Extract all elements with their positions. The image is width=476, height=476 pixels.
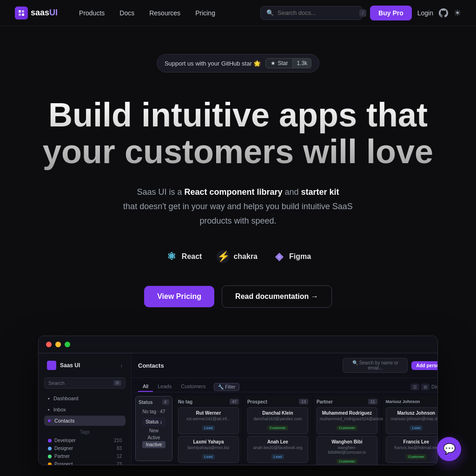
svg-rect-1 bbox=[22, 10, 24, 13]
nav-links: Products Docs Resources Pricing bbox=[73, 7, 260, 20]
hero-subtitle: Saas UI is a React component library and… bbox=[108, 185, 368, 228]
view-pricing-button[interactable]: View Pricing bbox=[144, 286, 214, 307]
app-preview: Saas UI ↕ Search ⌘ ▪ Dashboard ▪ Inbox bbox=[38, 336, 438, 465]
kanban-col-notag: No tag 47 Rut Werner rut.werner242@att.i… bbox=[175, 396, 242, 461]
tab-all[interactable]: All bbox=[138, 382, 153, 392]
filter-no-tag[interactable]: No tag · 47 bbox=[139, 408, 169, 416]
tag-color-designer bbox=[48, 447, 52, 450]
tag-color-partner bbox=[48, 455, 52, 458]
github-star-badge: ★ Star 1.3k bbox=[265, 58, 311, 68]
sidebar-tags: Tags Developer 210 Designer 83 Partner bbox=[44, 430, 126, 465]
tag-partner[interactable]: Partner 12 bbox=[44, 452, 126, 460]
star-icon: ★ bbox=[271, 60, 276, 66]
app-sidebar: Saas UI ↕ Search ⌘ ▪ Dashboard ▪ Inbox bbox=[39, 353, 132, 465]
search-icon: 🔍 bbox=[266, 9, 274, 16]
card-rut-werner[interactable]: Rut Werner rut.werner242@att.inf... Lead bbox=[178, 407, 239, 434]
sidebar-expand-icon: ↕ bbox=[120, 363, 123, 368]
status-active[interactable]: Active bbox=[142, 434, 165, 441]
chakra-icon: ⚡ bbox=[217, 250, 230, 263]
status-new[interactable]: New bbox=[142, 427, 165, 434]
chat-bubble[interactable]: 💬 bbox=[437, 437, 461, 461]
kanban-board: Status F No tag · 47 Status ↓ New Active… bbox=[132, 392, 438, 465]
hero-title: Build intuitive apps that your customers… bbox=[29, 97, 447, 170]
sidebar-item-inbox[interactable]: ▪ Inbox bbox=[44, 404, 126, 415]
status-inactive[interactable]: Inactive bbox=[142, 441, 165, 448]
card-wanghen-bibi[interactable]: Wanghen Bibi wanghen-bibi890@comcast.io … bbox=[317, 436, 377, 465]
logo-icon bbox=[15, 7, 28, 20]
tag-color-prospect bbox=[48, 463, 52, 466]
add-person-button[interactable]: Add person bbox=[411, 361, 438, 370]
close-dot bbox=[46, 342, 52, 347]
chat-icon: 💬 bbox=[443, 443, 456, 455]
login-link[interactable]: Login bbox=[417, 9, 433, 17]
sidebar-item-contacts[interactable]: Contacts bbox=[44, 416, 126, 426]
card-anah-lee[interactable]: Anah Lee anah.lee20@facebook.org Lead bbox=[247, 436, 308, 463]
sidebar-logo-icon bbox=[47, 361, 56, 370]
display-label: Display bbox=[431, 384, 438, 390]
nav-right: Buy Pro Login ☀ bbox=[370, 6, 461, 20]
sidebar-logo: Saas UI ↕ bbox=[44, 359, 126, 372]
tag-prospect[interactable]: Prospect 23 bbox=[44, 460, 126, 465]
filter-dropdown[interactable]: Status ↓ New Active Inactive bbox=[139, 416, 169, 450]
app-toolbar: 🔍 Search by name or email... Add person bbox=[343, 358, 438, 373]
dashboard-icon: ▪ bbox=[48, 396, 50, 401]
kanban-col-other: Mariusz Johnson 11 Mariusz Johnson mariu… bbox=[383, 396, 438, 461]
svg-rect-2 bbox=[19, 13, 21, 16]
nav-docs[interactable]: Docs bbox=[113, 7, 141, 20]
figma-badge: ◈ Figma bbox=[272, 250, 311, 263]
view-toggle-grid[interactable]: ⊞ bbox=[421, 383, 430, 390]
nav-products[interactable]: Products bbox=[73, 7, 111, 20]
contacts-search[interactable]: 🔍 Search by name or email... bbox=[343, 358, 408, 373]
card-francis-lee[interactable]: Francis Lee francis.lee@hotmail.net Cust… bbox=[386, 436, 438, 463]
contacts-tabs: All Leads Customers 🔧 Filter ☰ ⊞ Display bbox=[132, 378, 438, 392]
active-indicator bbox=[48, 419, 51, 422]
expand-dot bbox=[65, 342, 70, 347]
github-banner[interactable]: Support us with your GitHub star 🌟 ★ Sta… bbox=[157, 54, 319, 73]
svg-rect-3 bbox=[22, 13, 24, 16]
tag-color-developer bbox=[48, 439, 52, 443]
card-muhammed-rodriguez[interactable]: Muhammed Rodriguez muhammed_rodriguez524… bbox=[317, 407, 377, 434]
kanban-col-prospect: Prospect 13 Danchal Klein danchal163@yan… bbox=[245, 396, 311, 461]
brand-logo[interactable]: saasUI bbox=[15, 7, 58, 20]
star-count: 1.3k bbox=[293, 58, 311, 68]
card-danchal-klein[interactable]: Danchal Klein danchal163@yandex.com Cust… bbox=[247, 407, 308, 434]
star-button[interactable]: ★ Star bbox=[265, 58, 293, 68]
sidebar-search[interactable]: Search ⌘ bbox=[44, 377, 126, 389]
tab-leads[interactable]: Leads bbox=[153, 382, 176, 392]
search-input[interactable] bbox=[278, 9, 356, 16]
brand-name: saasUI bbox=[31, 8, 58, 18]
github-banner-text: Support us with your GitHub star 🌟 bbox=[165, 60, 261, 67]
hero-actions: View Pricing Read documentation → bbox=[144, 285, 332, 308]
buy-pro-button[interactable]: Buy Pro bbox=[370, 6, 412, 20]
inbox-icon: ▪ bbox=[48, 407, 50, 412]
github-icon[interactable] bbox=[439, 8, 448, 18]
react-badge: ⚛ React bbox=[165, 250, 202, 263]
app-main-header: Contacts 🔍 Search by name or email... Ad… bbox=[132, 353, 438, 378]
filter-badge[interactable]: 🔧 Filter bbox=[214, 383, 239, 391]
figma-icon: ◈ bbox=[272, 250, 285, 263]
app-titlebar bbox=[39, 336, 437, 353]
navbar: saasUI Products Docs Resources Pricing 🔍… bbox=[0, 0, 476, 26]
kanban-col-partner: Partner 11 Muhammed Rodriguez muhammed_r… bbox=[314, 396, 380, 461]
nav-pricing[interactable]: Pricing bbox=[189, 7, 222, 20]
tag-designer[interactable]: Designer 83 bbox=[44, 444, 126, 452]
contacts-title: Contacts bbox=[138, 362, 164, 369]
hero-section: Support us with your GitHub star 🌟 ★ Sta… bbox=[0, 26, 476, 476]
app-main: Contacts 🔍 Search by name or email... Ad… bbox=[132, 353, 438, 465]
search-bar[interactable]: 🔍 / bbox=[260, 6, 363, 20]
tech-badges: ⚛ React ⚡ chakra ◈ Figma bbox=[165, 250, 311, 263]
nav-resources[interactable]: Resources bbox=[143, 7, 187, 20]
tab-customers[interactable]: Customers bbox=[176, 382, 210, 392]
card-mariusz-johnson[interactable]: Mariusz Johnson mariusz-johnson@mac.dev … bbox=[386, 407, 438, 434]
view-toggle-list[interactable]: ☰ bbox=[410, 383, 419, 390]
card-laxmi-yahaya[interactable]: Laxmi Yahaya laxmiyahaya@msn.biz Lead bbox=[178, 436, 239, 463]
read-docs-button[interactable]: Read documentation → bbox=[222, 285, 332, 308]
tag-developer[interactable]: Developer 210 bbox=[44, 436, 126, 444]
search-shortcut: / bbox=[359, 9, 366, 17]
minimize-dot bbox=[55, 342, 61, 347]
sidebar-item-dashboard[interactable]: ▪ Dashboard bbox=[44, 393, 126, 403]
react-icon: ⚛ bbox=[165, 250, 178, 263]
app-content: Saas UI ↕ Search ⌘ ▪ Dashboard ▪ Inbox bbox=[39, 353, 437, 465]
sidebar-logo-text: Saas UI bbox=[60, 362, 80, 369]
theme-toggle-icon[interactable]: ☀ bbox=[454, 8, 461, 18]
